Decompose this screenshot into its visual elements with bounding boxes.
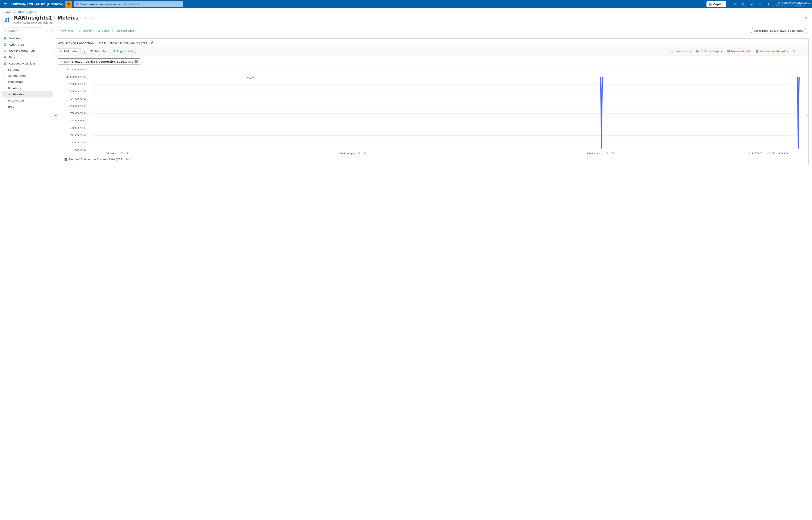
- page-title: RANInsights1 | Metrics: [14, 15, 78, 21]
- svg-point-54: [115, 50, 115, 50]
- svg-rect-43: [8, 95, 9, 95]
- sidebar-item-settings[interactable]: Settings: [2, 67, 53, 73]
- sidebar-item-label: Automation: [8, 99, 24, 102]
- save-dashboard-button[interactable]: Save to dashboard: [753, 49, 790, 54]
- globe-icon: [3, 36, 7, 40]
- global-search[interactable]: Search resources, services, and docs (G+…: [74, 1, 183, 7]
- more-ellipsis-icon[interactable]: ···: [90, 17, 94, 20]
- add-metric-dropdown[interactable]: [82, 49, 87, 54]
- chart-toolbar: Add metric Add filter Apply splitting L: [55, 47, 808, 55]
- resource-sidebar: Search OverviewActivity logAccess contro…: [0, 26, 55, 520]
- drill-logs-button[interactable]: Drill into Logs: [694, 49, 724, 54]
- chevron-down-icon: [720, 50, 722, 52]
- drill-logs-label: Drill into Logs: [701, 50, 719, 53]
- sidebar-item-access-control-iam-[interactable]: Access control (IAM): [2, 48, 53, 54]
- new-alert-label: New alert rule: [731, 50, 751, 53]
- chart-legend[interactable]: Derived Connection Success Rate (CSR) (A…: [59, 157, 805, 163]
- svg-text:Sat 11: Sat 11: [105, 152, 130, 155]
- chart-prev-icon[interactable]: [55, 113, 59, 118]
- breadcrumb: Home > RANInsights1: [0, 8, 812, 15]
- svg-point-48: [117, 30, 119, 32]
- account-email: chrisqpublic@contoso.c…: [778, 1, 810, 4]
- help-icon[interactable]: [757, 1, 763, 7]
- metric-chip[interactable]: RANInsights1, Derived Connection Succ...…: [58, 58, 140, 65]
- sidebar-sort-icon[interactable]: [46, 29, 48, 32]
- sidebar-item-monitoring[interactable]: Monitoring: [2, 79, 53, 85]
- chart-card: Avg Derived Connection Success Rate (CSR…: [55, 38, 809, 165]
- line-chart[interactable]: 0%10%20%30%40%50%60%70%80%90%100%110%Sat…: [59, 68, 805, 156]
- chevron-down-icon: [690, 50, 691, 52]
- chart-settings-gear-icon[interactable]: [791, 49, 798, 54]
- copilot-button[interactable]: Copilot: [707, 1, 726, 7]
- cloud-shell-icon[interactable]: [732, 1, 738, 7]
- svg-text:May 12: May 12: [339, 152, 367, 155]
- sidebar-item-tags[interactable]: Tags: [2, 54, 53, 60]
- svg-line-6: [69, 4, 70, 4]
- settings-gear-icon[interactable]: [748, 1, 755, 7]
- chart-next-icon[interactable]: [805, 113, 809, 118]
- sidebar-item-alerts[interactable]: Alerts: [2, 85, 53, 91]
- refresh-button[interactable]: Refresh: [77, 28, 95, 34]
- svg-point-37: [5, 62, 5, 63]
- time-range-pill[interactable]: Local Time: Last 3 days (15 minutes): [751, 28, 807, 33]
- resource-metrics-icon: [3, 15, 11, 23]
- svg-point-42: [9, 88, 9, 89]
- chevron-down-icon: [135, 30, 137, 32]
- chart-type-label: Line chart: [675, 50, 688, 53]
- resource-section: Metrics: [57, 15, 78, 21]
- hamburger-menu-icon[interactable]: [2, 1, 9, 7]
- sidebar-item-configuration[interactable]: Configuration: [2, 73, 53, 79]
- new-chart-button[interactable]: New chart: [55, 28, 76, 34]
- svg-text:UTC-07:00: UTC-07:00: [748, 152, 788, 155]
- svg-text:0%: 0%: [75, 149, 87, 151]
- apply-splitting-button[interactable]: Apply splitting: [110, 49, 138, 54]
- sidebar-collapse-icon[interactable]: [50, 29, 53, 32]
- sidebar-item-help[interactable]: Help: [2, 104, 53, 110]
- metric-icon: [7, 93, 11, 96]
- sidebar-item-label: Activity log: [9, 43, 24, 46]
- svg-line-38: [4, 63, 5, 64]
- favorite-star-icon[interactable]: ☆: [84, 16, 87, 21]
- add-filter-button[interactable]: Add filter: [88, 49, 109, 54]
- sidebar-item-automation[interactable]: Automation: [2, 98, 53, 104]
- svg-line-7: [68, 5, 68, 5]
- sidebar-item-label: Tags: [9, 56, 15, 59]
- portal-brand[interactable]: Contoso, Ltd. Azure (Preview): [10, 2, 64, 6]
- chart-type-button[interactable]: Line chart: [668, 49, 694, 54]
- add-metric-button[interactable]: Add metric: [57, 48, 81, 54]
- close-blade-icon[interactable]: [803, 15, 809, 21]
- notifications-icon[interactable]: [740, 1, 746, 7]
- chart-more-icon[interactable]: ···: [798, 49, 806, 54]
- resource-name: RANInsights1: [14, 15, 52, 21]
- svg-rect-30: [4, 44, 6, 45]
- chip-remove-icon[interactable]: ✕: [134, 60, 138, 63]
- sidebar-item-resource-visualizer[interactable]: Resource visualizer: [2, 60, 53, 67]
- breadcrumb-current[interactable]: RANInsights1: [18, 10, 36, 14]
- svg-text:60%: 60%: [70, 105, 87, 108]
- sidebar-item-label: Settings: [8, 68, 19, 71]
- chev-open-icon: [3, 80, 6, 83]
- svg-rect-29: [4, 44, 6, 44]
- account-menu[interactable]: chrisqpublic@contoso.c… CONTOSO, LTD. (C…: [773, 1, 810, 7]
- apply-splitting-label: Apply splitting: [117, 50, 136, 53]
- sidebar-item-activity-log[interactable]: Activity log: [2, 42, 53, 48]
- feedback-button[interactable]: Feedback: [115, 28, 139, 34]
- svg-text:100%: 100%: [65, 76, 87, 78]
- sidebar-item-metrics[interactable]: Metrics: [2, 91, 53, 98]
- preview-bug-icon[interactable]: [66, 1, 72, 7]
- edit-title-icon[interactable]: [151, 41, 153, 45]
- feedback-person-icon[interactable]: [765, 1, 772, 7]
- sidebar-search[interactable]: Search: [2, 28, 44, 34]
- breadcrumb-home[interactable]: Home: [3, 10, 11, 14]
- svg-text:110%: 110%: [65, 68, 87, 71]
- breadcrumb-separator: >: [14, 10, 16, 14]
- svg-point-32: [4, 50, 5, 51]
- share-button[interactable]: Share: [96, 28, 115, 34]
- save-dashboard-label: Save to dashboard: [759, 50, 785, 53]
- sidebar-item-overview[interactable]: Overview: [2, 35, 53, 42]
- sidebar-item-label: Access control (IAM): [9, 49, 36, 53]
- add-filter-label: Add filter: [94, 50, 107, 53]
- svg-line-8: [69, 5, 70, 5]
- new-alert-rule-button[interactable]: New alert rule: [725, 49, 753, 54]
- svg-text:70%: 70%: [70, 98, 87, 100]
